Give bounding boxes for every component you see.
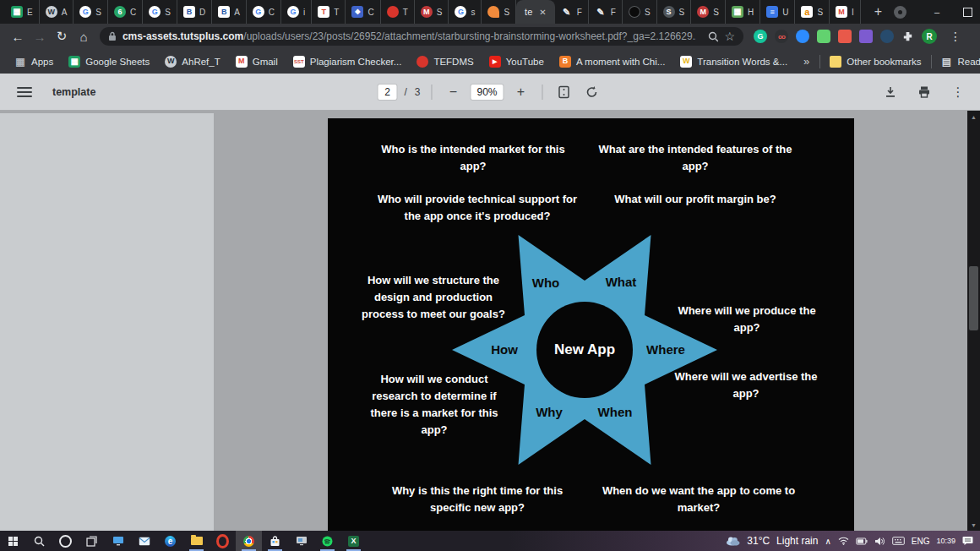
bookmark-item[interactable]: TEFDMS xyxy=(411,52,479,71)
bookmarks-overflow-chevron[interactable]: » xyxy=(797,55,816,68)
media-controls-icon[interactable] xyxy=(894,6,906,19)
profile-avatar[interactable]: R xyxy=(922,29,937,44)
bookmark-item[interactable]: ▶ YouTube xyxy=(483,52,550,71)
zoom-page-icon[interactable] xyxy=(708,31,719,42)
browser-tab[interactable]: ▦ E xyxy=(5,0,40,24)
start-button[interactable] xyxy=(0,531,26,551)
back-button[interactable]: ← xyxy=(7,25,29,47)
search-button[interactable] xyxy=(26,531,52,551)
bookmark-item[interactable]: M Gmail xyxy=(230,52,284,71)
browser-tab[interactable]: G S xyxy=(143,0,177,24)
browser-tab[interactable]: ✎ F xyxy=(589,0,623,24)
scrollbar[interactable]: ▲ ▼ xyxy=(967,111,980,531)
scroll-down-arrow[interactable]: ▼ xyxy=(967,519,980,531)
browser-tab[interactable]: G s xyxy=(449,0,482,24)
windows-logo-icon xyxy=(8,537,18,546)
navy-extension-icon[interactable] xyxy=(880,30,894,43)
extensions-puzzle-icon[interactable] xyxy=(901,30,914,43)
browser-tab[interactable]: G C xyxy=(247,0,281,24)
pdf-viewer-area[interactable]: Who is the intended market for this app?… xyxy=(0,111,980,531)
scroll-up-arrow[interactable]: ▲ xyxy=(967,111,980,123)
cortana-button[interactable] xyxy=(52,531,79,551)
download-button[interactable] xyxy=(880,82,901,102)
home-button[interactable]: ⌂ xyxy=(73,25,95,47)
other-bookmarks-button[interactable]: Other bookmarks xyxy=(824,52,927,71)
bookmark-item[interactable]: W Transition Words &... xyxy=(674,52,793,71)
page-number-input[interactable]: 2 xyxy=(378,85,396,100)
browser-tab[interactable]: W A xyxy=(40,0,74,24)
browser-tab[interactable]: B D xyxy=(177,0,212,24)
purple-extension-icon[interactable] xyxy=(859,30,873,43)
reading-list-button[interactable]: ▤ Reading list xyxy=(935,52,980,71)
action-center-icon[interactable] xyxy=(962,536,973,546)
pinned-app-excel[interactable]: X xyxy=(340,531,367,551)
pinned-app-file-explorer[interactable] xyxy=(183,531,210,551)
pinned-app-opera[interactable] xyxy=(210,531,236,551)
speaker-icon[interactable] xyxy=(874,537,885,546)
bookmark-item[interactable]: B A moment with Chi... xyxy=(553,52,671,71)
browser-tab[interactable]: B A xyxy=(212,0,247,24)
green-extension-icon[interactable] xyxy=(817,30,830,43)
tray-chevron-icon[interactable]: ∧ xyxy=(825,537,830,546)
language-indicator[interactable]: ENG xyxy=(912,537,930,546)
orange-extension-icon[interactable] xyxy=(838,30,852,43)
browser-tab[interactable]: a S xyxy=(795,0,830,24)
forward-button[interactable]: → xyxy=(29,25,51,47)
bookmark-item[interactable]: ▦ Google Sheets xyxy=(63,52,155,71)
scrollbar-thumb[interactable] xyxy=(969,266,978,330)
browser-tab[interactable]: T xyxy=(381,0,415,24)
glasses-extension-icon[interactable]: oo xyxy=(775,30,788,43)
browser-tab[interactable]: S xyxy=(623,0,657,24)
pinned-app-store[interactable] xyxy=(262,531,288,551)
battery-icon[interactable] xyxy=(856,537,868,545)
pinned-app-edge[interactable]: e xyxy=(157,531,183,551)
browser-tab[interactable]: ✎ F xyxy=(555,0,589,24)
browser-tab[interactable]: ▦ H xyxy=(726,0,760,24)
browser-tab[interactable]: G i xyxy=(281,0,312,24)
browser-tab[interactable]: S xyxy=(482,0,516,24)
fit-page-button[interactable] xyxy=(554,82,574,102)
browser-tab[interactable]: ◆ C xyxy=(346,0,380,24)
pdf-menu-icon[interactable] xyxy=(17,87,32,97)
bookmark-star-icon[interactable]: ☆ xyxy=(724,30,735,43)
reload-button[interactable]: ↻ xyxy=(51,25,73,47)
task-view-button[interactable] xyxy=(79,531,105,551)
blue-extension-icon[interactable] xyxy=(796,30,809,43)
weather-condition[interactable]: Light rain xyxy=(776,535,818,547)
browser-tab[interactable]: M S xyxy=(415,0,449,24)
browser-tab[interactable]: T T xyxy=(312,0,346,24)
active-tab[interactable]: te ✕ xyxy=(516,0,555,24)
maximize-button[interactable] xyxy=(952,0,980,24)
pdf-more-options-icon[interactable]: ⋮ xyxy=(948,82,968,102)
zoom-out-button[interactable]: − xyxy=(444,82,464,102)
touch-keyboard-icon[interactable] xyxy=(892,537,905,545)
wifi-icon[interactable] xyxy=(838,537,849,545)
bookmark-item[interactable]: SST Plagiarism Checker... xyxy=(287,52,408,71)
question-how-first: How will we structure the design and pro… xyxy=(357,272,509,323)
pinned-app-screen-share[interactable] xyxy=(288,531,314,551)
browser-menu-icon[interactable]: ⋮ xyxy=(945,30,966,43)
grammarly-extension-icon[interactable]: G xyxy=(754,30,767,43)
browser-tab[interactable]: M S xyxy=(691,0,726,24)
address-bar[interactable]: cms-assets.tutsplus.com/uploads/users/23… xyxy=(100,27,743,46)
print-button[interactable] xyxy=(914,82,934,102)
tab-close-icon[interactable]: ✕ xyxy=(539,8,546,17)
pinned-app-monitor[interactable] xyxy=(105,531,131,551)
bookmark-item[interactable]: W AhRef_T xyxy=(159,52,226,71)
weather-temperature[interactable]: 31°C xyxy=(747,535,770,547)
browser-tab[interactable]: 6 C xyxy=(108,0,143,24)
new-tab-button[interactable]: + xyxy=(869,4,887,19)
browser-tab[interactable]: M I xyxy=(830,0,861,24)
zoom-in-button[interactable]: + xyxy=(511,82,531,102)
rotate-button[interactable] xyxy=(582,82,602,102)
zoom-level-input[interactable]: 90% xyxy=(471,85,504,100)
clock[interactable]: 10:39 xyxy=(936,537,956,545)
bookmark-item[interactable]: ▦ Apps xyxy=(8,52,59,71)
pinned-app-chrome[interactable] xyxy=(236,531,262,551)
pinned-app-mail[interactable] xyxy=(131,531,157,551)
minimize-button[interactable]: – xyxy=(922,0,952,24)
browser-tab[interactable]: S S xyxy=(657,0,692,24)
pinned-app-spotify[interactable] xyxy=(314,531,340,551)
browser-tab[interactable]: G S xyxy=(74,0,108,24)
browser-tab[interactable]: ≡ U xyxy=(760,0,795,24)
